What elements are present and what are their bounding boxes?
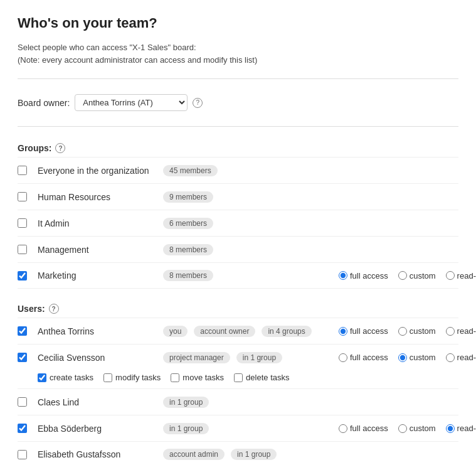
group-checkbox[interactable] — [18, 271, 27, 281]
access-radio[interactable] — [446, 327, 455, 336]
task-option-label[interactable]: move tasks — [171, 373, 224, 382]
user-checkbox[interactable] — [18, 326, 27, 336]
access-radio[interactable] — [446, 271, 455, 280]
access-radio[interactable] — [339, 271, 347, 280]
access-radio-label[interactable]: custom — [398, 424, 436, 433]
access-radio-label[interactable]: read-only — [446, 271, 476, 281]
user-row: Claes Lindin 1 group — [18, 388, 458, 415]
access-radio[interactable] — [398, 271, 407, 280]
user-badge: you — [163, 326, 188, 337]
group-row: Everyone in the organization45 members — [18, 157, 458, 183]
access-radio-label[interactable]: full access — [339, 424, 388, 433]
group-row: Human Resources9 members — [18, 183, 458, 210]
access-radio-label[interactable]: full access — [339, 353, 388, 362]
board-owner-select[interactable]: Anthea Torrins (AT)Cecilia SvenssonEbba … — [75, 94, 188, 111]
page-subtitle: Select people who can access "X-1 Sales"… — [18, 41, 458, 66]
access-radio[interactable] — [398, 353, 407, 362]
user-checkbox[interactable] — [18, 424, 27, 433]
group-badge: 45 members — [163, 165, 218, 176]
group-checkbox[interactable] — [18, 245, 27, 254]
user-checkbox[interactable] — [18, 397, 27, 407]
user-badge: account owner — [194, 326, 255, 337]
users-help-icon[interactable]: ? — [49, 304, 59, 314]
user-badge: in 4 groups — [262, 326, 311, 337]
group-row: It Admin6 members — [18, 210, 458, 236]
user-checkbox[interactable] — [18, 450, 27, 459]
groups-section-header: Groups: ? — [18, 134, 458, 157]
user-badge: in 1 group — [163, 423, 209, 434]
group-badge: 8 members — [163, 244, 213, 255]
group-badge: 9 members — [163, 191, 213, 203]
user-name: Anthea Torrins — [38, 326, 163, 336]
users-section-header: Users: ? — [18, 295, 458, 318]
group-checkbox[interactable] — [18, 218, 27, 228]
page-title: Who's on your team? — [18, 15, 458, 31]
access-radio-label[interactable]: custom — [398, 326, 436, 336]
group-badge: 8 members — [163, 270, 213, 281]
access-radio[interactable] — [339, 327, 347, 336]
access-radio-label[interactable]: full access — [339, 326, 388, 336]
user-badge: account admin — [163, 449, 225, 460]
group-name: Human Resources — [38, 192, 163, 202]
user-badge: project manager — [163, 352, 230, 363]
task-option-checkbox[interactable] — [38, 373, 46, 382]
access-radio-label[interactable]: custom — [398, 353, 436, 362]
board-owner-help-icon[interactable]: ? — [193, 98, 203, 108]
task-option-label[interactable]: delete tasks — [234, 373, 289, 382]
access-radio[interactable] — [446, 353, 455, 362]
user-name: Ebba Söderberg — [38, 424, 163, 434]
group-row: Management8 members — [18, 236, 458, 262]
user-name: Elisabeth Gustafsson — [38, 449, 163, 459]
task-option-label[interactable]: create tasks — [38, 373, 93, 382]
user-row: Ebba Söderbergin 1 groupfull accesscusto… — [18, 415, 458, 441]
group-badge: 6 members — [163, 218, 213, 229]
user-badge: in 1 group — [236, 352, 282, 363]
user-name: Cecilia Svensson — [38, 353, 163, 363]
user-name: Claes Lind — [38, 397, 163, 407]
users-list: Anthea Torrinsyouaccount ownerin 4 group… — [18, 318, 458, 465]
mid-divider — [18, 126, 458, 127]
groups-help-icon[interactable]: ? — [55, 143, 65, 153]
access-radio[interactable] — [339, 424, 347, 433]
user-badge: in 1 group — [163, 397, 209, 408]
user-badge: in 1 group — [231, 449, 277, 460]
groups-list: Everyone in the organization45 membersHu… — [18, 157, 458, 289]
board-owner-row: Board owner: Anthea Torrins (AT)Cecilia … — [18, 87, 458, 119]
task-option-checkbox[interactable] — [171, 373, 179, 382]
task-option-checkbox[interactable] — [234, 373, 243, 382]
group-name: Marketing — [38, 270, 163, 281]
access-radio-label[interactable]: read-only — [446, 326, 476, 336]
group-checkbox[interactable] — [18, 166, 27, 175]
group-row: Marketing8 membersfull accesscustomread-… — [18, 262, 458, 289]
access-radio[interactable] — [446, 424, 455, 433]
user-row: Cecilia Svenssonproject managerin 1 grou… — [18, 344, 458, 370]
user-row: Elisabeth Gustafssonaccount adminin 1 gr… — [18, 441, 458, 465]
access-radio-label[interactable]: read-only — [446, 424, 476, 433]
group-checkbox[interactable] — [18, 192, 27, 201]
user-row: Anthea Torrinsyouaccount ownerin 4 group… — [18, 318, 458, 344]
task-option-checkbox[interactable] — [103, 373, 112, 382]
custom-options-row: create tasksmodify tasksmove tasksdelete… — [18, 370, 458, 388]
task-option-label[interactable]: modify tasks — [103, 373, 161, 382]
user-checkbox[interactable] — [18, 353, 27, 362]
group-name: It Admin — [38, 218, 163, 228]
top-divider — [18, 78, 458, 79]
access-radio[interactable] — [339, 353, 347, 362]
access-radio-label[interactable]: full access — [339, 271, 388, 281]
group-name: Management — [38, 245, 163, 255]
access-radio-label[interactable]: read-only — [446, 353, 476, 362]
group-name: Everyone in the organization — [38, 166, 163, 176]
access-radio[interactable] — [398, 424, 407, 433]
access-radio[interactable] — [398, 327, 407, 336]
board-owner-label: Board owner: — [18, 98, 70, 108]
access-radio-label[interactable]: custom — [398, 271, 436, 281]
